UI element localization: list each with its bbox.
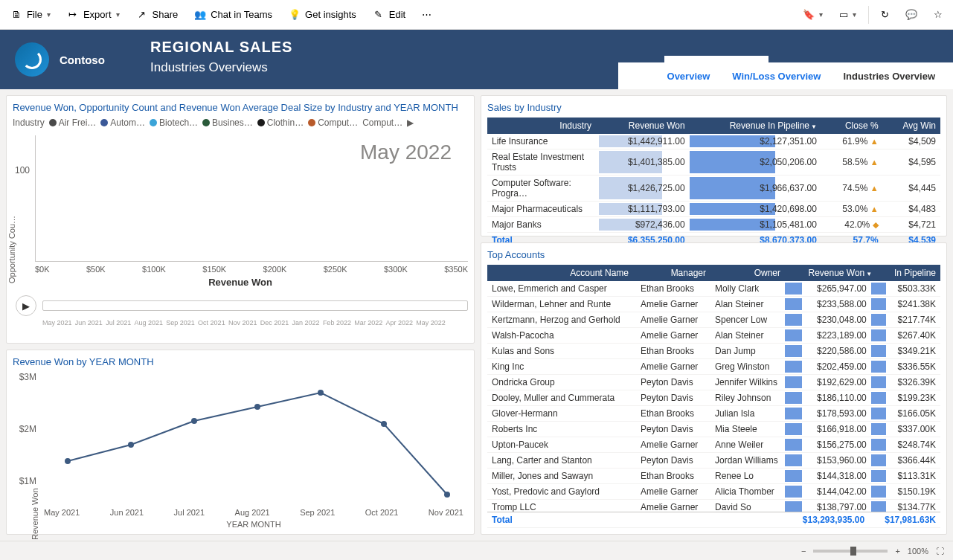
table-row[interactable]: Wilderman, Lehner and RunteAmelie Garner… xyxy=(487,297,940,312)
export-button[interactable]: ↦Export▾ xyxy=(60,6,127,24)
line-card[interactable]: Revenue Won by YEAR MONTH Revenue Won $3… xyxy=(6,350,475,535)
view-button[interactable]: ▭▾ xyxy=(832,6,864,23)
table-row[interactable]: Upton-PaucekAmelie GarnerAnne Weiler $15… xyxy=(487,437,940,453)
zoom-in-button[interactable]: + xyxy=(895,547,899,556)
table-row[interactable]: Ondricka GroupPeyton DavisJennifer Wilki… xyxy=(487,375,940,390)
industry-title: Sales by Industry xyxy=(487,102,940,113)
timeline-labels: May 2021Jun 2021Jul 2021Aug 2021Sep 2021… xyxy=(42,319,446,326)
page-subtitle: Industries Overviews xyxy=(147,56,664,75)
accounts-card[interactable]: Top Accounts Account Name Manager Owner … xyxy=(481,242,947,535)
pencil-icon: ✎ xyxy=(373,9,385,21)
comment-icon: 💬 xyxy=(905,9,917,20)
subtab-winloss[interactable]: Win/Loss Overview xyxy=(732,71,821,82)
table-row[interactable]: Roberts IncPeyton DavisMia Steele $166,9… xyxy=(487,422,940,437)
logo-icon xyxy=(15,42,49,77)
industry-card[interactable]: Sales by Industry Industry Revenue Won R… xyxy=(481,95,947,236)
table-row[interactable]: King IncAmelie GarnerGreg Winston $202,4… xyxy=(487,359,940,375)
line-x-label: YEAR MONTH xyxy=(39,520,468,529)
accounts-total-row: Total $13,293,935.00$17,981.63K xyxy=(487,512,940,528)
svg-point-2 xyxy=(191,418,197,424)
table-row[interactable]: Life Insurance $1,442,911.00 $2,127,351.… xyxy=(487,134,940,149)
rectangle-icon: ▭ xyxy=(839,9,848,20)
fit-page-button[interactable]: ⛶ xyxy=(936,547,944,556)
table-row[interactable]: Walsh-PacochaAmelie GarnerAlan Steiner $… xyxy=(487,328,940,344)
table-row[interactable]: Miller, Jones and SawaynEthan BrooksRene… xyxy=(487,469,940,484)
chevron-down-icon: ▾ xyxy=(47,10,51,19)
line-x-ticks: May 2021Jun 2021Jul 2021Aug 2021Sep 2021… xyxy=(39,508,468,517)
favorite-button[interactable]: ☆ xyxy=(926,6,950,23)
svg-point-1 xyxy=(128,442,134,448)
line-y-label: Revenue Won xyxy=(31,488,39,540)
play-icon: ▶ xyxy=(22,300,30,312)
table-row[interactable]: Glover-HermannEthan BrooksJulian Isla $1… xyxy=(487,406,940,422)
scatter-x-label: Revenue Won xyxy=(13,277,468,288)
subtab-overview[interactable]: Overview xyxy=(667,71,710,82)
star-icon: ☆ xyxy=(934,9,943,20)
insights-button[interactable]: 💡Get insights xyxy=(281,6,364,24)
scatter-title: Revenue Won, Opportunity Count and Reven… xyxy=(13,102,468,113)
table-row[interactable]: Kertzmann, Herzog and GerholdAmelie Garn… xyxy=(487,312,940,328)
page-title: REGIONAL SALES xyxy=(147,30,664,56)
share-button[interactable]: ↗Share xyxy=(129,6,186,24)
bookmark-button[interactable]: 🔖▾ xyxy=(795,6,830,23)
zoom-level: 100% xyxy=(908,547,928,556)
edit-button[interactable]: ✎Edit xyxy=(365,6,413,24)
teams-icon: 👥 xyxy=(194,9,206,21)
status-bar: − + 100% ⛶ xyxy=(0,541,953,560)
export-icon: ↦ xyxy=(67,9,79,21)
share-icon: ↗ xyxy=(136,9,148,21)
table-row[interactable]: Yost, Predovic and GaylordAmelie GarnerA… xyxy=(487,484,940,500)
svg-point-6 xyxy=(444,492,450,498)
logo-block: Contoso xyxy=(0,30,147,89)
scatter-y-label: Opportunity Cou… xyxy=(7,216,16,283)
table-row[interactable]: Kulas and SonsEthan BrooksDan Jump $220,… xyxy=(487,344,940,359)
table-row[interactable]: Major Pharmaceuticals $1,111,793.00 $1,4… xyxy=(487,202,940,217)
zoom-out-button[interactable]: − xyxy=(801,547,806,556)
line-title: Revenue Won by YEAR MONTH xyxy=(13,356,468,367)
teams-button[interactable]: 👥Chat in Teams xyxy=(187,6,280,24)
line-chart-svg xyxy=(39,372,468,506)
svg-point-0 xyxy=(65,458,71,464)
table-row[interactable]: Real Estate Investment Trusts $1,401,385… xyxy=(487,149,940,176)
scatter-card[interactable]: Revenue Won, Opportunity Count and Reven… xyxy=(6,95,475,344)
lightbulb-icon: 💡 xyxy=(289,9,301,21)
accounts-scroll[interactable]: Lowe, Emmerich and CasperEthan BrooksMol… xyxy=(487,281,940,512)
table-row[interactable]: Tromp LLCAmelie GarnerDavid So $138,797.… xyxy=(487,500,940,512)
refresh-button[interactable]: ↻ xyxy=(873,6,896,23)
refresh-icon: ↻ xyxy=(881,9,889,20)
accounts-title: Top Accounts xyxy=(487,249,940,260)
scatter-plot-area[interactable]: 100 xyxy=(35,135,468,262)
scatter-x-ticks: $0K$50K$100K$150K$200K$250K$300K$350K xyxy=(35,265,468,274)
legend-next-icon[interactable]: ▶ xyxy=(407,118,414,128)
table-row[interactable]: Computer Software: Progra… $1,426,725.00… xyxy=(487,176,940,202)
table-row[interactable]: Dooley, Muller and CummerataPeyton Davis… xyxy=(487,390,940,406)
table-row[interactable]: Lowe, Emmerich and CasperEthan BrooksMol… xyxy=(487,281,940,297)
more-button[interactable]: ⋯ xyxy=(414,6,439,23)
sort-desc-icon[interactable]: ▼ xyxy=(811,123,817,130)
comment-button[interactable]: 💬 xyxy=(898,6,925,23)
bookmark-icon: 🔖 xyxy=(803,9,815,20)
file-button[interactable]: 🗎File▾ xyxy=(3,6,58,24)
play-button[interactable]: ▶ xyxy=(16,295,36,316)
brand-name: Contoso xyxy=(60,54,105,66)
accounts-table[interactable]: Lowe, Emmerich and CasperEthan BrooksMol… xyxy=(487,281,940,512)
sub-tabs: Overview Win/Loss Overview Industries Ov… xyxy=(618,62,953,89)
subtab-industries[interactable]: Industries Overview xyxy=(843,71,935,82)
scatter-legend: Industry Air Frei… Autom… Biotech… Busin… xyxy=(13,118,468,128)
table-row[interactable]: Major Banks $972,436.00 $1,105,481.00 42… xyxy=(487,217,940,233)
accounts-table-header: Account Name Manager Owner Revenue Won▼ … xyxy=(487,265,940,281)
zoom-slider[interactable] xyxy=(813,550,888,553)
svg-point-5 xyxy=(381,421,387,427)
industry-table[interactable]: Industry Revenue Won Revenue In Pipeline… xyxy=(487,118,940,248)
svg-point-4 xyxy=(318,390,324,396)
table-row[interactable]: Lang, Carter and StantonPeyton DavisJord… xyxy=(487,453,940,469)
timeline-slider[interactable] xyxy=(42,300,468,311)
chevron-down-icon: ▾ xyxy=(116,10,120,19)
svg-point-3 xyxy=(254,404,260,410)
toolbar: 🗎File▾ ↦Export▾ ↗Share 👥Chat in Teams 💡G… xyxy=(0,0,953,30)
sort-desc-icon[interactable]: ▼ xyxy=(866,271,872,277)
file-icon: 🗎 xyxy=(10,9,22,21)
